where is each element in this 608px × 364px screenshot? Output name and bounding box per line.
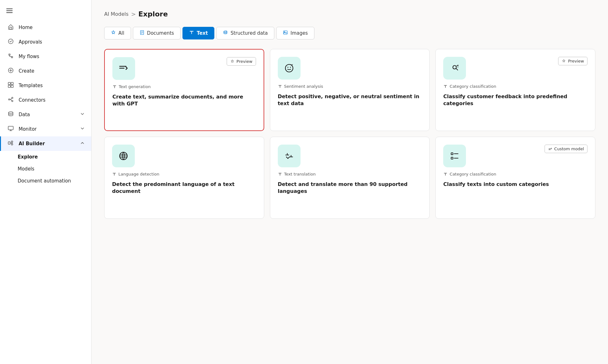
breadcrumb-parent: AI Models bbox=[104, 11, 128, 17]
tab-documents-label: Documents bbox=[147, 30, 174, 36]
sidebar-subitem-explore-label: Explore bbox=[18, 154, 38, 160]
sidebar-subitem-models-label: Models bbox=[18, 166, 34, 172]
card-title: Detect and translate more than 90 suppor… bbox=[278, 181, 422, 195]
sidebar-subitem-doc-auto-label: Document automation bbox=[18, 178, 71, 184]
main-content: AI Models > Explore All Documents Text bbox=[92, 0, 608, 364]
svg-point-21 bbox=[284, 32, 285, 32]
card-header: Custom model bbox=[443, 145, 587, 167]
card-type: Sentiment analysis bbox=[278, 84, 422, 89]
category-icon-box bbox=[443, 57, 466, 80]
card-header: Preview bbox=[112, 57, 256, 80]
svg-rect-8 bbox=[8, 85, 10, 87]
sidebar-item-create-label: Create bbox=[19, 68, 34, 74]
sidebar-item-monitor-label: Monitor bbox=[19, 126, 37, 132]
breadcrumb: AI Models > Explore bbox=[104, 10, 595, 18]
sidebar-item-templates-label: Templates bbox=[19, 83, 43, 88]
svg-rect-28 bbox=[451, 157, 453, 159]
card-type-label: Category classification bbox=[450, 84, 496, 89]
tab-text[interactable]: Text bbox=[182, 27, 214, 39]
svg-rect-2 bbox=[6, 12, 13, 13]
sidebar: Home Approvals My flows Create Templates… bbox=[0, 0, 92, 364]
card-badge-preview[interactable]: Preview bbox=[558, 57, 587, 65]
svg-point-19 bbox=[224, 31, 227, 32]
card-category-classification[interactable]: Preview Category classification Classify… bbox=[435, 49, 595, 131]
approvals-icon bbox=[7, 38, 14, 46]
sidebar-item-approvals[interactable]: Approvals bbox=[0, 35, 91, 49]
svg-rect-7 bbox=[11, 82, 13, 85]
sidebar-item-data-label: Data bbox=[19, 112, 30, 117]
card-text-generation[interactable]: Preview Text generation Create text, sum… bbox=[104, 49, 264, 131]
card-sentiment-analysis[interactable]: Sentiment analysis Detect positive, nega… bbox=[270, 49, 430, 131]
card-header: Preview bbox=[443, 57, 587, 80]
create-icon bbox=[7, 67, 14, 75]
tabs-bar: All Documents Text Structured data bbox=[104, 27, 595, 39]
sidebar-item-home[interactable]: Home bbox=[0, 20, 91, 35]
document-icon bbox=[140, 30, 145, 36]
tab-all-label: All bbox=[118, 30, 124, 36]
flows-icon bbox=[7, 53, 14, 60]
tab-images[interactable]: Images bbox=[276, 27, 314, 39]
card-type: Category classification bbox=[443, 172, 587, 176]
language-icon-box bbox=[112, 145, 135, 167]
sidebar-item-connectors[interactable]: Connectors bbox=[0, 93, 91, 107]
card-type: Language detection bbox=[112, 172, 256, 176]
card-badge-custom-model[interactable]: Custom model bbox=[545, 145, 587, 153]
sidebar-item-my-flows[interactable]: My flows bbox=[0, 49, 91, 64]
sidebar-item-data[interactable]: Data bbox=[0, 107, 91, 122]
svg-rect-20 bbox=[283, 31, 287, 34]
card-title: Create text, summarize documents, and mo… bbox=[112, 93, 256, 108]
sidebar-subitem-explore[interactable]: Explore bbox=[0, 151, 91, 163]
sidebar-item-flows-label: My flows bbox=[19, 54, 39, 59]
tab-documents[interactable]: Documents bbox=[133, 27, 181, 39]
templates-icon bbox=[7, 82, 14, 89]
sidebar-item-templates[interactable]: Templates bbox=[0, 78, 91, 93]
translation-icon-box bbox=[278, 145, 301, 167]
text-gen-icon-box bbox=[112, 57, 135, 80]
card-text-translation[interactable]: Text translation Detect and translate mo… bbox=[270, 137, 430, 219]
card-type: Text generation bbox=[112, 84, 256, 89]
card-category-classification-custom[interactable]: Custom model Category classification Cla… bbox=[435, 137, 595, 219]
card-title: Detect the predominant language of a tex… bbox=[112, 181, 256, 195]
card-type-label: Category classification bbox=[450, 172, 496, 176]
card-type-label: Sentiment analysis bbox=[284, 84, 323, 89]
svg-rect-15 bbox=[8, 142, 10, 144]
data-chevron-icon bbox=[80, 111, 85, 118]
tab-text-label: Text bbox=[197, 30, 208, 36]
card-title: Detect positive, negative, or neutral se… bbox=[278, 93, 422, 107]
svg-rect-0 bbox=[6, 9, 13, 9]
hamburger-menu[interactable] bbox=[0, 4, 91, 20]
tab-structured-data[interactable]: Structured data bbox=[216, 27, 274, 39]
svg-rect-6 bbox=[8, 82, 10, 85]
card-language-detection[interactable]: Language detection Detect the predominan… bbox=[104, 137, 264, 219]
svg-rect-9 bbox=[11, 85, 13, 87]
card-type: Text translation bbox=[278, 172, 422, 176]
sidebar-subitem-document-automation[interactable]: Document automation bbox=[0, 175, 91, 187]
ai-builder-icon bbox=[7, 140, 14, 147]
card-badge-preview[interactable]: Preview bbox=[227, 57, 256, 66]
card-header bbox=[278, 145, 422, 167]
card-type-label: Text generation bbox=[119, 84, 151, 89]
sidebar-subitem-models[interactable]: Models bbox=[0, 163, 91, 175]
sidebar-item-approvals-label: Approvals bbox=[19, 39, 42, 45]
card-header bbox=[112, 145, 256, 167]
sidebar-item-ai-builder[interactable]: AI Builder bbox=[0, 136, 91, 151]
card-title: Classify texts into custom categories bbox=[443, 181, 587, 188]
sidebar-item-create[interactable]: Create bbox=[0, 64, 91, 78]
sidebar-item-connectors-label: Connectors bbox=[19, 97, 45, 103]
preview-label: Preview bbox=[568, 59, 584, 63]
svg-rect-3 bbox=[10, 27, 12, 29]
connectors-icon bbox=[7, 96, 14, 104]
tab-all[interactable]: All bbox=[104, 27, 131, 39]
database-icon bbox=[223, 30, 228, 36]
data-icon bbox=[7, 111, 14, 118]
svg-rect-14 bbox=[8, 126, 13, 130]
svg-rect-30 bbox=[549, 149, 551, 150]
svg-point-12 bbox=[12, 100, 13, 102]
sidebar-item-monitor[interactable]: Monitor bbox=[0, 122, 91, 136]
breadcrumb-separator: > bbox=[131, 11, 136, 17]
cards-grid: Preview Text generation Create text, sum… bbox=[104, 49, 595, 219]
svg-point-23 bbox=[287, 67, 288, 68]
card-type-label: Language detection bbox=[118, 172, 159, 176]
image-icon bbox=[283, 30, 288, 36]
sidebar-item-ai-builder-label: AI Builder bbox=[19, 141, 45, 146]
